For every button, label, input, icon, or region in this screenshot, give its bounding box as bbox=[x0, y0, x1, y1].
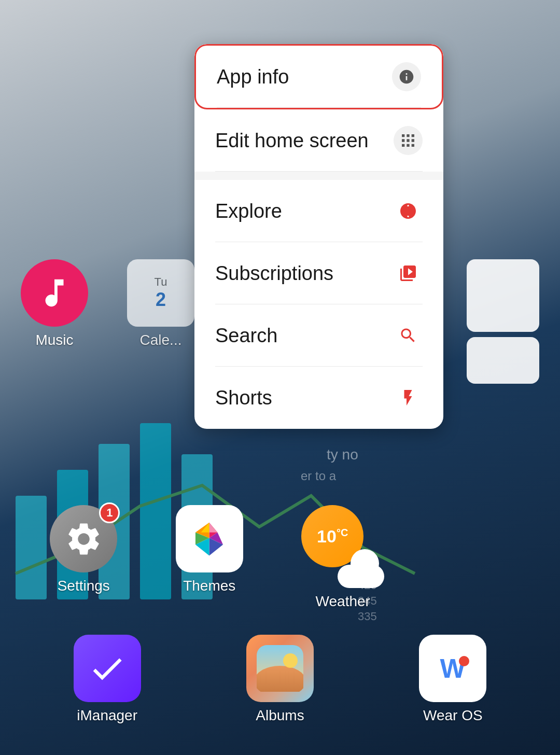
settings-label: Settings bbox=[58, 578, 110, 594]
mid-app-row: 1 Settings bbox=[0, 505, 560, 610]
empty-slot bbox=[443, 505, 510, 610]
imanager-label: iManager bbox=[77, 707, 137, 724]
wearos-label: Wear OS bbox=[423, 707, 483, 724]
albums-icon bbox=[246, 635, 314, 702]
right-widgets bbox=[467, 259, 539, 384]
search-label: Search bbox=[215, 325, 277, 347]
edit-home-label: Edit home screen bbox=[215, 130, 369, 152]
svg-marker-17 bbox=[209, 522, 218, 532]
app-info-label: App info bbox=[217, 66, 289, 88]
menu-divider bbox=[194, 172, 443, 180]
menu-item-app-info[interactable]: App info bbox=[194, 44, 443, 109]
app-weather[interactable]: 10°C Weather bbox=[301, 505, 384, 610]
widget-placeholder-2 bbox=[467, 337, 539, 384]
menu-item-search[interactable]: Search bbox=[194, 304, 443, 367]
app-imanager[interactable]: iManager bbox=[74, 635, 141, 724]
imanager-icon bbox=[74, 635, 141, 702]
app-wearos[interactable]: W Wear OS bbox=[419, 635, 486, 724]
shorts-label: Shorts bbox=[215, 387, 272, 409]
calendar-label: Cale... bbox=[140, 332, 182, 348]
svg-point-21 bbox=[283, 653, 298, 668]
settings-badge: 1 bbox=[99, 502, 120, 523]
music-label: Music bbox=[35, 332, 73, 348]
shorts-icon bbox=[394, 383, 423, 412]
menu-item-explore[interactable]: Explore bbox=[194, 180, 443, 242]
explore-label: Explore bbox=[215, 200, 282, 222]
grid-icon bbox=[394, 126, 423, 155]
albums-label: Albums bbox=[256, 707, 304, 724]
menu-item-edit-home[interactable]: Edit home screen bbox=[194, 109, 443, 172]
app-themes[interactable]: Themes bbox=[176, 505, 243, 610]
settings-icon: 1 bbox=[50, 505, 117, 572]
bottom-app-row: iManager bbox=[0, 635, 560, 724]
app-calendar[interactable]: Tu 2 Cale... bbox=[127, 259, 194, 348]
widget-placeholder-1 bbox=[467, 259, 539, 332]
subscriptions-label: Subscriptions bbox=[215, 262, 333, 285]
app-music[interactable]: Music bbox=[21, 259, 88, 348]
weather-icon: 10°C bbox=[301, 505, 384, 588]
compass-icon bbox=[394, 197, 423, 226]
subscriptions-icon bbox=[394, 259, 423, 288]
svg-point-23 bbox=[459, 656, 469, 666]
app-settings[interactable]: 1 Settings bbox=[50, 505, 117, 610]
search-icon bbox=[394, 321, 423, 350]
menu-item-subscriptions[interactable]: Subscriptions bbox=[194, 242, 443, 304]
app-albums[interactable]: Albums bbox=[246, 635, 314, 724]
info-circle-icon bbox=[392, 62, 421, 91]
context-menu: App info Edit home screen Explore Subscr… bbox=[194, 44, 443, 429]
svg-point-20 bbox=[257, 666, 303, 692]
wearos-icon: W bbox=[419, 635, 486, 702]
weather-label: Weather bbox=[316, 593, 370, 610]
themes-icon bbox=[176, 505, 243, 572]
music-icon bbox=[21, 259, 88, 327]
menu-item-shorts[interactable]: Shorts bbox=[194, 367, 443, 429]
themes-label: Themes bbox=[183, 578, 235, 594]
